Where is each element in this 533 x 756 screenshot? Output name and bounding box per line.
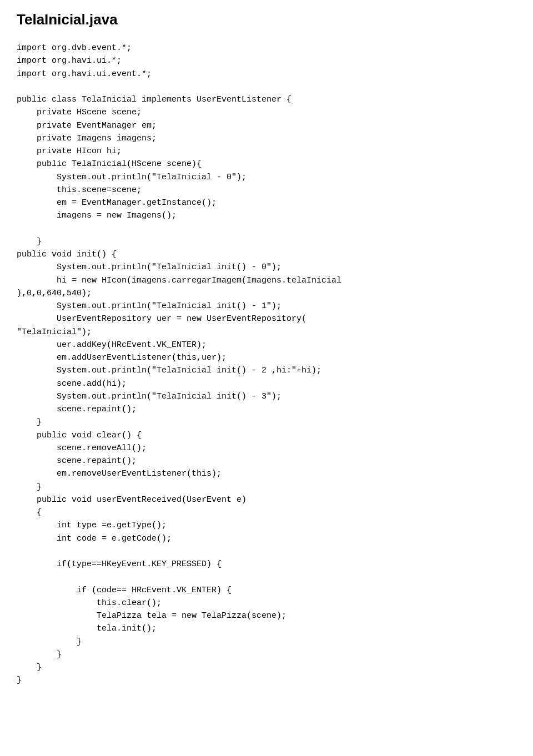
page-title: TelaInicial.java [17, 11, 516, 28]
code-content: import org.dvb.event.*; import org.havi.… [17, 42, 516, 687]
